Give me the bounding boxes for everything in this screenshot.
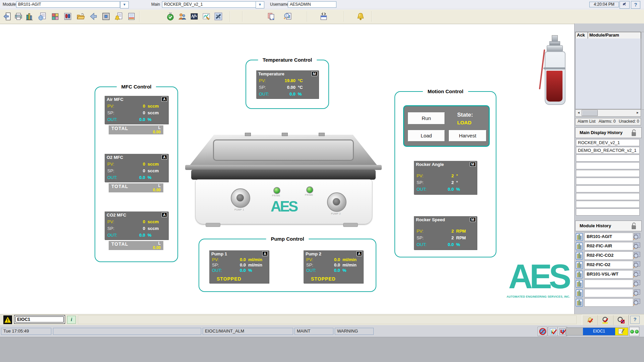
mode-badge[interactable]: M — [312, 71, 317, 76]
out-label: OUT: — [107, 175, 125, 180]
module-history-item[interactable] — [584, 289, 633, 297]
display-history-item[interactable]: ROCKER_DEV_v2_1 — [576, 139, 640, 146]
mode-badge[interactable]: M — [470, 217, 476, 222]
module-detail-icon[interactable] — [633, 289, 641, 298]
co2-mfc-faceplate[interactable]: CO2 MFCA PV:0sccm SP:0sccm OUT:0.0% — [105, 212, 168, 240]
scroll-right-arrow[interactable]: ► — [635, 110, 640, 115]
module-trend-icon[interactable] — [576, 242, 583, 252]
display-history-item[interactable] — [576, 155, 640, 162]
exit-icon[interactable] — [2, 11, 12, 21]
code-window-icon[interactable] — [319, 11, 329, 21]
tools-icon[interactable] — [213, 11, 223, 21]
display-history-item[interactable]: DEMO_BIO_REACTOR_v2_1 — [576, 147, 640, 154]
alarm-list-vertical-scrollbar[interactable] — [641, 32, 644, 110]
mode-badge[interactable]: A — [357, 251, 362, 256]
rocker-speed-faceplate[interactable]: Rocker SpeedM PV:2RPM SP:2RPM OUT:0.0% — [414, 216, 477, 250]
open-folder-icon[interactable] — [75, 11, 86, 21]
module-trend-icon[interactable] — [576, 252, 583, 261]
module-detail-icon[interactable] — [633, 233, 641, 242]
display-history-item[interactable] — [576, 170, 640, 177]
module-trend-icon[interactable] — [576, 261, 583, 270]
module-history-item[interactable]: R02-FIC-O2 — [584, 261, 633, 269]
display-history-item[interactable] — [576, 208, 640, 216]
rocker-angle-faceplate[interactable]: Rocker AngleM PV:2° SP:2° OUT:0.0% — [414, 161, 477, 194]
display-history-item[interactable] — [576, 162, 640, 169]
module-detail-icon[interactable] — [633, 280, 641, 289]
main-combo-input[interactable]: ROCKER_DEV_v2_1 — [162, 1, 257, 8]
display-history-item[interactable] — [576, 201, 640, 208]
unacked-count: Unacked: 0 — [619, 119, 639, 124]
module-param-column-header: Module/Param — [588, 32, 641, 39]
alarm-summary-icon[interactable] — [114, 11, 124, 21]
comm-status-button[interactable] — [629, 327, 639, 336]
o2-mfc-faceplate[interactable]: O2 MFCA PV:0sccm SP:0sccm OUT:0.0% — [105, 154, 168, 182]
module-trend-icon[interactable] — [576, 289, 583, 299]
info-button[interactable]: i — [67, 316, 76, 324]
diagnostics-icon[interactable] — [165, 11, 175, 21]
lock-icon[interactable] — [631, 222, 637, 231]
module-detail-icon[interactable] — [633, 251, 641, 261]
chart-editor-icon[interactable] — [201, 11, 211, 21]
back-arrow-icon[interactable] — [88, 11, 98, 21]
air-mfc-faceplate[interactable]: Air MFCA PV:0sccm SP:0sccm OUT:0.0% — [105, 96, 168, 124]
engineering-tools-button[interactable] — [620, 1, 630, 9]
module-history-item[interactable]: R02-FIC-AIR — [584, 242, 633, 250]
scrollbar-thumb[interactable] — [582, 110, 598, 116]
pump1-faceplate[interactable]: Pump 1A PV:0.0ml/min SP:0.0ml/min OUT:0.… — [209, 250, 269, 283]
mode-badge[interactable]: A — [162, 97, 167, 102]
print-icon[interactable] — [13, 11, 23, 21]
warning-triangle-icon[interactable] — [3, 315, 12, 324]
username-field[interactable]: AESADMIN — [288, 1, 336, 8]
network-disabled-icon[interactable] — [538, 327, 547, 336]
module-trend-icon[interactable] — [576, 299, 583, 308]
module-history-item[interactable] — [584, 298, 633, 307]
module-detail-icon[interactable] — [633, 261, 641, 270]
display-globe-icon[interactable] — [37, 11, 47, 21]
faceplate-drums-icon[interactable] — [63, 11, 73, 21]
module-combo-input[interactable]: BR101-AGIT — [16, 1, 120, 8]
report-icon[interactable] — [126, 11, 137, 21]
main-combo-arrow-icon[interactable]: ▼ — [256, 1, 264, 8]
temperature-faceplate[interactable]: TemperatureM PV:19.80°C SP:0.00°C OUT:0.… — [256, 70, 319, 99]
run-button[interactable]: Run — [408, 112, 445, 125]
help-button[interactable]: ? — [631, 1, 640, 9]
display-history-item[interactable] — [576, 178, 640, 185]
display-history-item[interactable] — [576, 185, 640, 192]
harvest-button[interactable]: Harvest — [448, 130, 487, 142]
workspace-blocks-icon[interactable] — [50, 11, 60, 21]
search-history-icon[interactable] — [283, 11, 293, 21]
module-trend-icon[interactable] — [576, 233, 583, 242]
mode-badge[interactable]: A — [262, 251, 268, 256]
scroll-left-arrow[interactable]: ◄ — [576, 110, 581, 115]
display-history-item[interactable] — [576, 193, 640, 200]
load-button[interactable]: Load — [408, 130, 445, 142]
module-history-item[interactable] — [584, 280, 633, 288]
module-history-item[interactable]: BR101-VSL-WT — [584, 270, 633, 279]
module-detail-icon[interactable] — [633, 242, 641, 251]
module-detail-icon[interactable] — [633, 270, 641, 280]
module-trend-icon[interactable] — [576, 270, 583, 280]
alarm-banner-field[interactable]: EIOC1 — [14, 315, 65, 324]
mode-badge[interactable]: M — [470, 162, 476, 167]
user-manager-icon[interactable] — [177, 11, 187, 21]
module-history-item[interactable]: BR101-AGIT — [584, 233, 633, 241]
module-detail-icon[interactable] — [633, 298, 641, 308]
mode-badge[interactable]: A — [162, 213, 167, 217]
module-combo-arrow-icon[interactable]: ▼ — [120, 1, 129, 8]
alarm-bell-icon[interactable] — [356, 11, 366, 21]
help-button-footer[interactable]: ? — [630, 316, 640, 324]
process-history-icon[interactable] — [189, 11, 199, 21]
trend-bars-icon[interactable] — [24, 11, 34, 21]
horn-enabled-button[interactable] — [598, 315, 613, 325]
pump2-faceplate[interactable]: Pump 2A PV:0.0ml/min SP:0.0ml/min OUT:0.… — [304, 250, 363, 283]
window-frame-icon[interactable] — [101, 11, 111, 21]
history-ok-icon[interactable] — [548, 327, 558, 336]
module-trend-icon[interactable] — [576, 280, 583, 289]
copy-page-icon[interactable] — [266, 11, 276, 21]
mode-badge[interactable]: A — [162, 155, 167, 160]
module-history-item[interactable]: R02-FIC-CO2 — [584, 251, 633, 260]
alarm-list-body[interactable] — [575, 39, 641, 109]
ack-bell-button[interactable] — [582, 315, 598, 325]
lock-icon[interactable] — [631, 129, 637, 138]
horn-disabled-button[interactable] — [613, 315, 629, 325]
